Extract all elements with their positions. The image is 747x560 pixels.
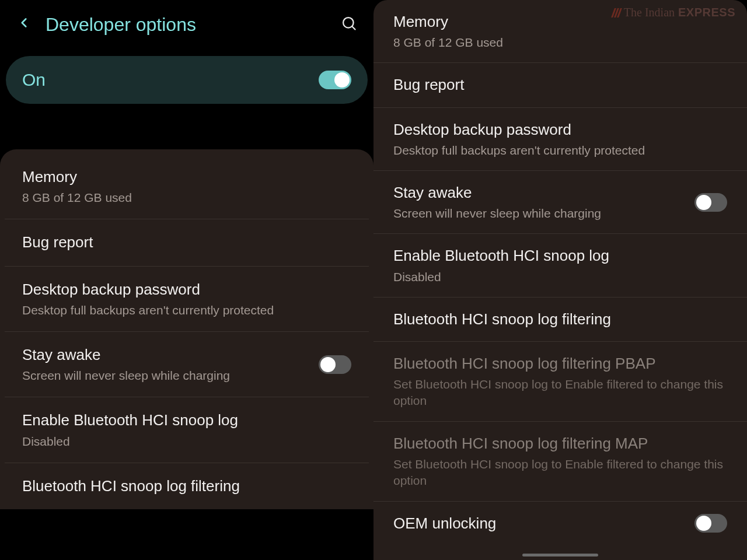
row-subtitle: Set Bluetooth HCI snoop log to Enable fi… bbox=[393, 456, 727, 489]
row-subtitle: Disabled bbox=[393, 269, 727, 285]
row-title: Bluetooth HCI snoop log filtering MAP bbox=[393, 433, 727, 454]
row-title: Stay awake bbox=[22, 345, 319, 365]
toggle-switch[interactable] bbox=[319, 71, 351, 89]
row-subtitle: 8 GB of 12 GB used bbox=[22, 190, 351, 206]
oem-unlocking-row[interactable]: OEM unlocking bbox=[374, 502, 747, 545]
row-subtitle: Set Bluetooth HCI snoop log to Enable fi… bbox=[393, 376, 727, 410]
developer-options-screen-right: The Indian EXPRESS Memory 8 GB of 12 GB … bbox=[374, 0, 747, 560]
bluetooth-hci-filtering-row[interactable]: Bluetooth HCI snoop log filtering bbox=[374, 298, 747, 342]
home-indicator[interactable] bbox=[522, 554, 598, 556]
row-subtitle: Disabled bbox=[22, 433, 351, 450]
back-icon[interactable] bbox=[16, 15, 32, 34]
row-title: Bluetooth HCI snoop log filtering bbox=[22, 476, 351, 496]
memory-row[interactable]: Memory 8 GB of 12 GB used bbox=[5, 149, 369, 219]
row-title: Enable Bluetooth HCI snoop log bbox=[393, 246, 727, 266]
bluetooth-hci-filtering-row[interactable]: Bluetooth HCI snoop log filtering bbox=[5, 463, 369, 509]
row-subtitle: Desktop full backups aren't currently pr… bbox=[22, 302, 351, 318]
developer-options-screen-left: Developer options On Memory 8 GB of 12 G… bbox=[0, 0, 374, 560]
master-toggle-label: On bbox=[22, 70, 46, 90]
bluetooth-hci-filtering-pbap-row: Bluetooth HCI snoop log filtering PBAP S… bbox=[374, 342, 747, 422]
row-title: Stay awake bbox=[393, 183, 694, 203]
row-subtitle: Screen will never sleep while charging bbox=[393, 205, 694, 222]
bluetooth-hci-filtering-map-row: Bluetooth HCI snoop log filtering MAP Se… bbox=[374, 422, 747, 502]
settings-group: Memory 8 GB of 12 GB used Bug report Des… bbox=[0, 149, 374, 509]
stay-awake-row[interactable]: Stay awake Screen will never sleep while… bbox=[374, 171, 747, 234]
desktop-backup-password-row[interactable]: Desktop backup password Desktop full bac… bbox=[5, 267, 369, 332]
svg-line-1 bbox=[352, 26, 355, 29]
row-title: OEM unlocking bbox=[393, 513, 694, 534]
memory-row[interactable]: Memory 8 GB of 12 GB used bbox=[374, 0, 747, 63]
row-title: Memory bbox=[22, 167, 351, 187]
developer-options-master-toggle[interactable]: On bbox=[6, 56, 368, 104]
row-title: Bluetooth HCI snoop log filtering bbox=[393, 309, 727, 330]
row-subtitle: 8 GB of 12 GB used bbox=[393, 34, 727, 51]
stay-awake-row[interactable]: Stay awake Screen will never sleep while… bbox=[5, 332, 369, 397]
bluetooth-hci-snoop-log-row[interactable]: Enable Bluetooth HCI snoop log Disabled bbox=[374, 234, 747, 297]
oem-unlocking-toggle[interactable] bbox=[694, 514, 727, 533]
stay-awake-toggle[interactable] bbox=[319, 355, 351, 374]
row-subtitle: Desktop full backups aren't currently pr… bbox=[393, 142, 727, 159]
desktop-backup-password-row[interactable]: Desktop backup password Desktop full bac… bbox=[374, 108, 747, 171]
row-title: Bluetooth HCI snoop log filtering PBAP bbox=[393, 354, 727, 374]
stay-awake-toggle[interactable] bbox=[694, 193, 727, 212]
row-title: Memory bbox=[393, 12, 727, 32]
app-header: Developer options bbox=[0, 0, 374, 49]
bluetooth-hci-snoop-log-row[interactable]: Enable Bluetooth HCI snoop log Disabled bbox=[5, 397, 369, 463]
row-title: Desktop backup password bbox=[393, 120, 727, 140]
row-title: Enable Bluetooth HCI snoop log bbox=[22, 410, 351, 430]
row-title: Bug report bbox=[393, 75, 727, 95]
bug-report-row[interactable]: Bug report bbox=[5, 219, 369, 266]
row-title: Desktop backup password bbox=[22, 279, 351, 300]
row-subtitle: Screen will never sleep while charging bbox=[22, 368, 319, 384]
row-title: Bug report bbox=[22, 232, 351, 253]
search-icon[interactable] bbox=[341, 15, 357, 34]
page-title: Developer options bbox=[46, 14, 341, 36]
bug-report-row[interactable]: Bug report bbox=[374, 63, 747, 107]
